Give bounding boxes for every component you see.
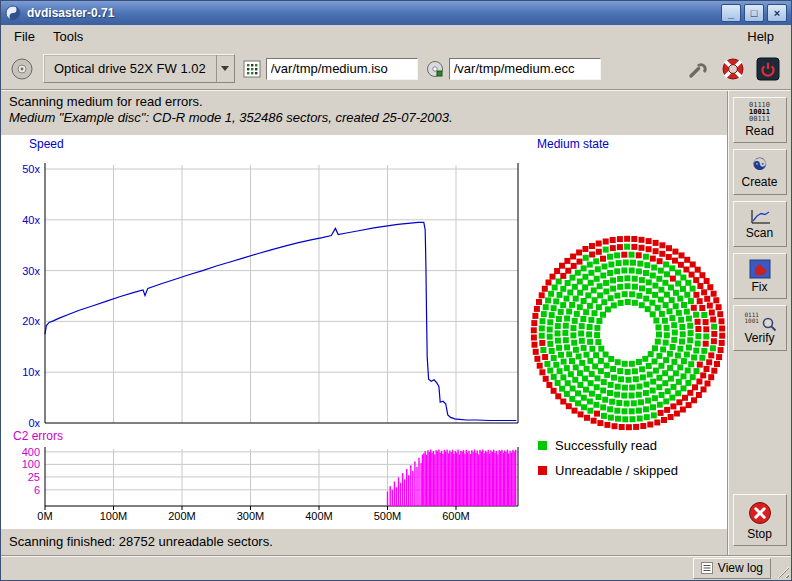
svg-text:20x: 20x	[22, 315, 40, 327]
app-icon	[5, 5, 21, 21]
chart-panel: 0x10x20x30x40x50x4001002560M100M200M300M…	[1, 135, 727, 529]
legend-ok-label: Successfully read	[555, 438, 657, 453]
drive-select-value: Optical drive 52X FW 1.02	[44, 61, 216, 76]
lifebuoy-help-icon[interactable]	[721, 57, 745, 81]
menu-file[interactable]: File	[5, 27, 44, 46]
ecc-path-input[interactable]	[449, 58, 601, 80]
status-bar: View log	[1, 555, 791, 580]
stop-x-icon	[747, 500, 773, 526]
verify-label: Verify	[744, 331, 774, 345]
red-swatch-icon	[538, 466, 547, 475]
svg-text:100: 100	[22, 458, 40, 470]
mini-chart-icon	[748, 208, 772, 225]
svg-text:0x: 0x	[28, 417, 40, 429]
chevron-down-icon	[216, 55, 234, 82]
svg-text:40x: 40x	[22, 214, 40, 226]
svg-text:10x: 10x	[22, 366, 40, 378]
main-area: Scanning medium for read errors. Medium …	[1, 91, 791, 556]
svg-text:400: 400	[22, 446, 40, 458]
ecc-file-icon	[426, 60, 444, 78]
menu-help[interactable]: Help	[738, 27, 783, 46]
svg-text:6: 6	[34, 484, 40, 496]
medium-state-title: Medium state	[537, 137, 609, 151]
iso-path-input[interactable]	[266, 58, 418, 80]
status-line-2: Medium "Example disc": CD-R mode 1, 3524…	[9, 110, 453, 125]
svg-text:300M: 300M	[237, 510, 265, 522]
svg-text:30x: 30x	[22, 265, 40, 277]
svg-text:25: 25	[28, 471, 40, 483]
window-title: dvdisaster-0.71	[27, 6, 114, 20]
yin-yang-icon: ☯	[752, 156, 767, 174]
svg-text:100M: 100M	[100, 510, 128, 522]
legend-successfully-read: Successfully read	[538, 438, 657, 453]
maximize-button[interactable]: □	[744, 4, 764, 22]
svg-text:50x: 50x	[22, 163, 40, 175]
minimize-button[interactable]: _	[721, 4, 741, 22]
log-list-icon	[701, 562, 713, 574]
speed-chart: 0x10x20x30x40x50x	[22, 163, 518, 429]
create-label: Create	[741, 175, 777, 189]
action-sidebar: 01110 10011 00111 Read ☯ Create Scan	[727, 91, 791, 556]
legend-bad-label: Unreadable / skipped	[555, 463, 678, 478]
stop-label: Stop	[747, 527, 772, 541]
binary-magnifier-icon: 0111 1001	[745, 312, 775, 330]
svg-text:600M: 600M	[442, 510, 470, 522]
scan-label: Scan	[746, 226, 773, 240]
svg-text:0M: 0M	[37, 510, 52, 522]
legend-unreadable: Unreadable / skipped	[538, 463, 678, 478]
scan-result-text: Scanning finished: 28752 unreadable sect…	[9, 534, 273, 549]
c2-errors-chart-title: C2 errors	[13, 429, 63, 443]
app-window: dvdisaster-0.71 _ □ × File Tools Help Op…	[0, 0, 792, 581]
view-log-button[interactable]: View log	[693, 558, 771, 579]
medium-state-disc	[531, 236, 725, 430]
status-line-1: Scanning medium for read errors.	[9, 94, 203, 109]
c2-errors-chart: 4001002560M100M200M300M400M500M600M	[22, 446, 518, 522]
image-file-icon	[243, 60, 261, 78]
verify-button[interactable]: 0111 1001 Verify	[733, 305, 787, 351]
create-button[interactable]: ☯ Create	[733, 149, 787, 195]
stop-button[interactable]: Stop	[733, 494, 787, 546]
green-swatch-icon	[538, 441, 547, 450]
view-log-label: View log	[718, 561, 763, 575]
read-label: Read	[745, 124, 774, 138]
fix-button[interactable]: Fix	[733, 253, 787, 299]
menu-tools[interactable]: Tools	[44, 27, 92, 46]
toolbar: Optical drive 52X FW 1.02	[1, 48, 791, 90]
power-quit-icon[interactable]	[756, 57, 780, 81]
puzzle-fix-icon	[748, 259, 772, 279]
speed-chart-title: Speed	[29, 137, 64, 151]
svg-text:500M: 500M	[374, 510, 402, 522]
preferences-wrench-icon[interactable]	[686, 57, 710, 81]
fix-label: Fix	[752, 280, 768, 294]
menu-bar: File Tools Help	[1, 25, 791, 48]
svg-text:400M: 400M	[305, 510, 333, 522]
close-button[interactable]: ×	[767, 4, 787, 22]
read-button[interactable]: 01110 10011 00111 Read	[733, 97, 787, 143]
drive-select[interactable]: Optical drive 52X FW 1.02	[43, 54, 235, 83]
title-bar[interactable]: dvdisaster-0.71 _ □ ×	[1, 1, 791, 25]
binary-read-icon: 01110 10011 00111	[749, 102, 770, 123]
svg-text:200M: 200M	[168, 510, 196, 522]
drive-icon	[9, 56, 35, 82]
scan-button[interactable]: Scan	[733, 201, 787, 247]
